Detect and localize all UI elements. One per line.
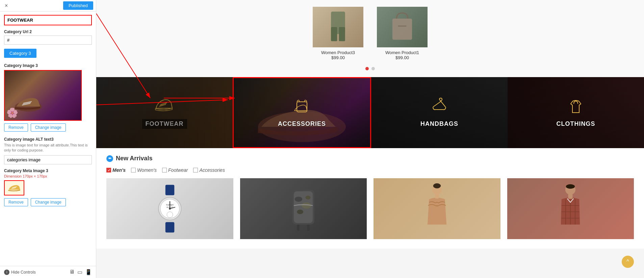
clothings-icon <box>567 98 584 118</box>
svg-rect-33 <box>297 225 300 231</box>
womens-label: Women's <box>137 167 157 173</box>
grid-product-4 <box>507 178 634 242</box>
svg-point-36 <box>433 183 441 188</box>
grid-product-1: TOMMY HILFIGER <box>106 178 233 242</box>
main-content: Women Product3 $99.00 Women Product1 $99… <box>96 0 644 278</box>
desktop-icon[interactable]: 🖥 <box>69 269 75 275</box>
footwear-bg <box>96 77 233 148</box>
tab-accessories[interactable]: Accessories <box>193 167 225 173</box>
info-icon: i <box>4 270 9 275</box>
svg-rect-8 <box>331 27 337 41</box>
mens-checkbox[interactable]: ✓ <box>106 168 111 172</box>
grid-img-backpack <box>240 178 367 239</box>
mobile-icon[interactable]: 📱 <box>85 269 92 275</box>
products-section: Women Product3 $99.00 Women Product1 $99… <box>96 0 644 77</box>
svg-point-32 <box>306 196 311 200</box>
tablet-icon[interactable]: ▭ <box>77 269 82 275</box>
flower-decoration: 🌸 <box>6 107 18 118</box>
product-price-1: $99.00 <box>331 55 345 60</box>
grid-product-2 <box>240 178 367 242</box>
change-image-button-2[interactable]: Change image <box>31 198 66 206</box>
footwear-tab-checkbox[interactable] <box>162 168 167 172</box>
dot-2[interactable] <box>371 67 375 70</box>
left-panel: × Published Category Url 2 Category 3 Ca… <box>0 0 96 278</box>
scroll-top-button[interactable]: ^ <box>622 256 634 268</box>
footwear-input[interactable] <box>4 15 92 25</box>
panel-header: × Published <box>0 0 96 11</box>
filter-tabs: ✓ Men's Women's Footwear Accessories <box>106 167 634 173</box>
meta-image-thumb <box>4 180 24 195</box>
svg-point-30 <box>302 202 311 209</box>
tab-mens[interactable]: ✓ Men's <box>106 167 126 173</box>
image-buttons-row-2: Remove Change image <box>4 198 92 206</box>
category-3-button[interactable]: Category 3 <box>4 49 36 58</box>
womens-checkbox[interactable] <box>131 168 136 172</box>
handbags-label: HANDBAGS <box>420 120 458 128</box>
tab-footwear[interactable]: Footwear <box>162 167 188 173</box>
grid-product-3 <box>373 178 500 242</box>
hide-controls-label: Hide Controls <box>11 270 36 275</box>
products-grid: TOMMY HILFIGER <box>106 178 634 242</box>
product-name-2: Women Product1 <box>385 50 419 55</box>
grid-img-man <box>507 178 634 239</box>
watch-svg: TOMMY HILFIGER <box>153 183 187 234</box>
handbags-svg-icon <box>431 98 448 115</box>
pencil-icon: ✏ <box>106 155 113 162</box>
svg-rect-34 <box>307 225 310 231</box>
footer-icons: 🖥 ▭ 📱 <box>69 269 92 275</box>
tab-womens[interactable]: Women's <box>131 167 157 173</box>
category-image-label: Category Image 3 <box>4 63 92 68</box>
category-handbags[interactable]: HANDBAGS <box>371 77 508 148</box>
close-button[interactable]: × <box>3 2 10 9</box>
image-buttons-row: Remove Change image <box>4 123 92 132</box>
alt-text-input[interactable] <box>4 155 92 164</box>
categories-section: FOOTWEAR ACC <box>96 77 644 148</box>
dot-1[interactable] <box>365 67 369 70</box>
man-svg <box>553 183 587 234</box>
alt-text-label: Category image ALT text3 <box>4 137 92 142</box>
category-accessories[interactable]: ACCESSORIES <box>233 77 371 148</box>
image-preview-inner: 🌸 <box>5 71 81 120</box>
arrow-up-icon: ^ <box>626 259 629 265</box>
clothings-label: CLOTHINGS <box>557 120 595 128</box>
product-card-1: Women Product3 $99.00 <box>311 7 365 60</box>
backpack-svg <box>286 183 320 234</box>
new-arrivals-section: ✏ New Arrivals ✓ Men's Women's Footwear … <box>96 148 644 249</box>
svg-text:TOMMY: TOMMY <box>166 204 174 206</box>
handbags-icon <box>431 98 448 118</box>
category-footwear[interactable]: FOOTWEAR <box>96 77 233 148</box>
svg-text:HILFIGER: HILFIGER <box>166 207 173 208</box>
grid-img-woman <box>373 178 500 239</box>
accessories-label: ACCESSORIES <box>278 120 326 128</box>
product-name-1: Women Product3 <box>321 50 355 55</box>
remove-button[interactable]: Remove <box>4 123 28 132</box>
accessories-tab-checkbox[interactable] <box>193 168 198 172</box>
svg-rect-11 <box>398 26 407 27</box>
category-url-label: Category Url 2 <box>4 29 92 34</box>
hide-controls[interactable]: i Hide Controls <box>4 270 36 275</box>
product-price-2: $99.00 <box>395 55 409 60</box>
remove-button-2[interactable]: Remove <box>4 198 28 206</box>
product-img-svg-1 <box>319 10 357 44</box>
svg-rect-17 <box>165 185 174 195</box>
products-row: Women Product3 $99.00 Women Product1 $99… <box>311 7 429 60</box>
category-clothings[interactable]: CLOTHINGS <box>508 77 644 148</box>
product-card-2: Women Product1 $99.00 <box>375 7 429 60</box>
woman-svg <box>420 183 454 234</box>
category-url-input[interactable] <box>4 36 92 45</box>
product-image-1 <box>313 7 363 47</box>
footwear-tab-label: Footwear <box>168 167 188 173</box>
meta-shoe-icon <box>7 183 21 192</box>
accessories-svg-icon <box>292 98 312 115</box>
svg-rect-10 <box>392 19 412 40</box>
accessories-icon <box>292 98 312 118</box>
category-image-preview: 🌸 <box>4 70 82 121</box>
carousel-dots <box>365 67 375 70</box>
product-img-svg-2 <box>384 10 421 44</box>
panel-footer: i Hide Controls 🖥 ▭ 📱 <box>0 266 96 278</box>
meta-dim-hint: Dimension 170px × 170px <box>4 174 92 178</box>
change-image-button[interactable]: Change image <box>31 123 66 132</box>
new-arrivals-title: ✏ New Arrivals <box>106 155 634 162</box>
mens-label: Men's <box>112 167 126 173</box>
published-button[interactable]: Published <box>63 1 93 10</box>
